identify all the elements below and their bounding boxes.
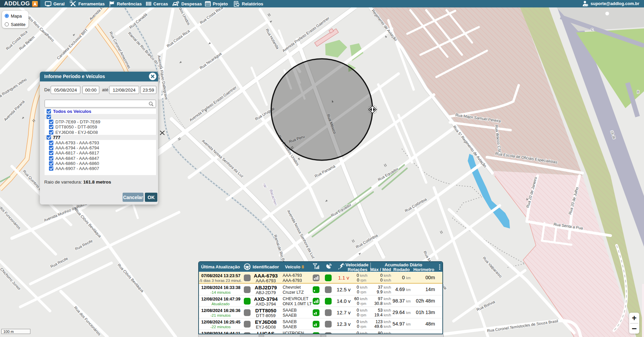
svg-text:B: B [637, 90, 640, 94]
svg-text:C: C [591, 28, 593, 32]
svg-text:$: $ [177, 1, 179, 4]
